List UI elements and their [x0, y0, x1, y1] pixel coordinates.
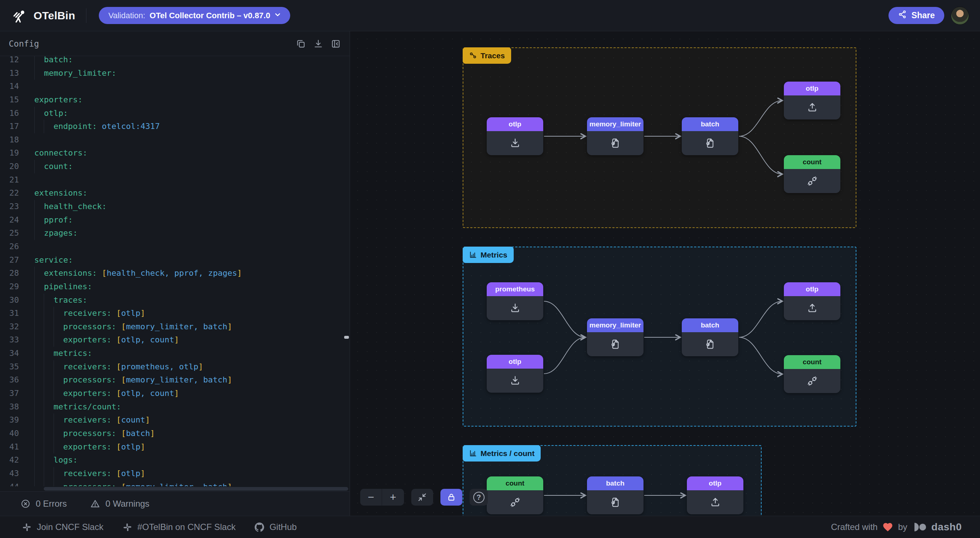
- node-exporter-otlp[interactable]: otlp: [784, 82, 840, 119]
- node-connector-count[interactable]: count: [784, 355, 840, 393]
- copy-config-icon[interactable]: [296, 39, 306, 49]
- node-processor-batch[interactable]: batch: [682, 117, 738, 155]
- group-label-text: Metrics: [480, 251, 508, 259]
- yaml-editor[interactable]: 12batch:13memory_limiter:1415exporters:1…: [0, 56, 350, 486]
- node-connector-count[interactable]: count: [784, 155, 840, 193]
- node-receiver-prometheus[interactable]: prometheus: [487, 282, 543, 320]
- download-config-icon[interactable]: [313, 39, 323, 49]
- code-line[interactable]: 33exporters: [otlp, count]: [0, 333, 350, 347]
- group-label[interactable]: Metrics: [463, 247, 514, 263]
- code-line[interactable]: 23health_check:: [0, 200, 350, 213]
- line-number: 35: [0, 360, 29, 374]
- download-icon: [509, 137, 521, 149]
- file-cog-icon: [609, 338, 621, 350]
- code-line[interactable]: 27service:: [0, 254, 350, 267]
- zoom-in-button[interactable]: +: [382, 489, 404, 506]
- code-line[interactable]: 25zpages:: [0, 227, 350, 240]
- code-line[interactable]: 30traces:: [0, 294, 350, 307]
- node-processor-memory_limiter[interactable]: memory_limiter: [587, 117, 643, 155]
- code-text: batch:: [29, 56, 73, 67]
- node-receiver-otlp[interactable]: otlp: [487, 355, 543, 393]
- errors-count: 0 Errors: [36, 499, 67, 509]
- node-processor-batch[interactable]: batch: [587, 476, 643, 514]
- node-body: [784, 296, 840, 320]
- node-processor-batch[interactable]: batch: [682, 318, 738, 356]
- user-avatar[interactable]: [951, 6, 969, 25]
- bar-chart-icon: [469, 251, 477, 259]
- code-line[interactable]: 26: [0, 240, 350, 254]
- line-number: 30: [0, 294, 29, 307]
- code-line[interactable]: 13memory_limiter:: [0, 67, 350, 80]
- pipeline-canvas[interactable]: Metrics / countMetricsTraces − + ? otlpm…: [350, 31, 980, 516]
- code-line[interactable]: 44processors: [memory_limiter, batch]: [0, 481, 350, 487]
- share-label: Share: [912, 11, 935, 21]
- node-body: [682, 131, 738, 155]
- line-number: 36: [0, 373, 29, 387]
- code-line[interactable]: 12batch:: [0, 56, 350, 67]
- dash0-brand-name[interactable]: dash0: [932, 521, 962, 533]
- github-icon: [255, 522, 264, 532]
- code-line[interactable]: 16otlp:: [0, 107, 350, 120]
- code-text: metrics/count:: [29, 400, 121, 414]
- code-line[interactable]: 32processors: [memory_limiter, batch]: [0, 320, 350, 334]
- fit-view-button[interactable]: [411, 489, 433, 506]
- footer-link--otelbin-on-cncf-slack[interactable]: #OTelBin on CNCF Slack: [123, 522, 235, 532]
- node-body: [487, 131, 543, 155]
- app-title: OTelBin: [33, 10, 75, 22]
- code-line[interactable]: 42logs:: [0, 454, 350, 467]
- share-button[interactable]: Share: [888, 7, 944, 24]
- code-line[interactable]: 37exporters: [otlp, count]: [0, 387, 350, 400]
- dash0-logo-icon[interactable]: [912, 522, 927, 533]
- lock-button[interactable]: [441, 489, 462, 506]
- validation-value: OTel Collector Contrib – v0.87.0: [150, 11, 270, 21]
- code-line[interactable]: 14: [0, 80, 350, 93]
- node-exporter-otlp[interactable]: otlp: [687, 476, 743, 514]
- code-line[interactable]: 22extensions:: [0, 187, 350, 200]
- group-label-text: Metrics / count: [480, 449, 535, 458]
- code-line[interactable]: 18: [0, 133, 350, 147]
- zoom-out-button[interactable]: −: [360, 489, 382, 506]
- node-connector-count[interactable]: count: [487, 476, 543, 514]
- code-line[interactable]: 39receivers: [count]: [0, 413, 350, 427]
- code-line[interactable]: 28extensions: [health_check, pprof, zpag…: [0, 267, 350, 280]
- node-processor-memory_limiter[interactable]: memory_limiter: [587, 318, 643, 356]
- code-text: receivers: [otlp]: [29, 307, 145, 320]
- collapse-panel-icon[interactable]: [331, 39, 341, 49]
- code-text: processors: [memory_limiter, batch]: [29, 481, 232, 487]
- code-line[interactable]: 36processors: [memory_limiter, batch]: [0, 373, 350, 387]
- node-header: count: [784, 355, 840, 369]
- upload-icon: [807, 102, 818, 113]
- editor-horizontal-scrollbar[interactable]: [0, 486, 350, 491]
- footer-link-github[interactable]: GitHub: [255, 522, 297, 532]
- line-number: 37: [0, 387, 29, 400]
- editor-vertical-scrollbar[interactable]: [344, 336, 349, 339]
- code-line[interactable]: 41exporters: [otlp]: [0, 440, 350, 454]
- footer-link-join-cncf-slack[interactable]: Join CNCF Slack: [22, 522, 103, 532]
- code-line[interactable]: 31receivers: [otlp]: [0, 307, 350, 320]
- help-button[interactable]: ?: [469, 489, 488, 506]
- top-header: OTelBin Validation: OTel Collector Contr…: [0, 0, 980, 31]
- code-line[interactable]: 15exporters:: [0, 93, 350, 107]
- node-body: [487, 490, 543, 514]
- code-line[interactable]: 40processors: [batch]: [0, 427, 350, 440]
- validation-selector[interactable]: Validation: OTel Collector Contrib – v0.…: [99, 7, 290, 24]
- validation-label: Validation:: [108, 11, 145, 21]
- node-receiver-otlp[interactable]: otlp: [487, 117, 543, 155]
- group-label[interactable]: Metrics / count: [463, 445, 541, 462]
- node-header: batch: [587, 476, 643, 490]
- code-line[interactable]: 29pipelines:: [0, 280, 350, 294]
- code-line[interactable]: 43receivers: [otlp]: [0, 467, 350, 481]
- node-exporter-otlp[interactable]: otlp: [784, 282, 840, 320]
- code-line[interactable]: 19connectors:: [0, 146, 350, 160]
- code-line[interactable]: 21: [0, 173, 350, 187]
- code-line[interactable]: 35receivers: [prometheus, otlp]: [0, 360, 350, 374]
- code-line[interactable]: 38metrics/count:: [0, 400, 350, 414]
- code-line[interactable]: 20count:: [0, 160, 350, 173]
- code-text: extensions:: [29, 187, 88, 200]
- code-line[interactable]: 17endpoint: otelcol:4317: [0, 120, 350, 133]
- warnings-status[interactable]: 0 Warnings: [90, 499, 150, 509]
- group-label[interactable]: Traces: [463, 48, 511, 64]
- code-line[interactable]: 34metrics:: [0, 347, 350, 360]
- code-line[interactable]: 24pprof:: [0, 213, 350, 227]
- errors-status[interactable]: 0 Errors: [21, 499, 67, 509]
